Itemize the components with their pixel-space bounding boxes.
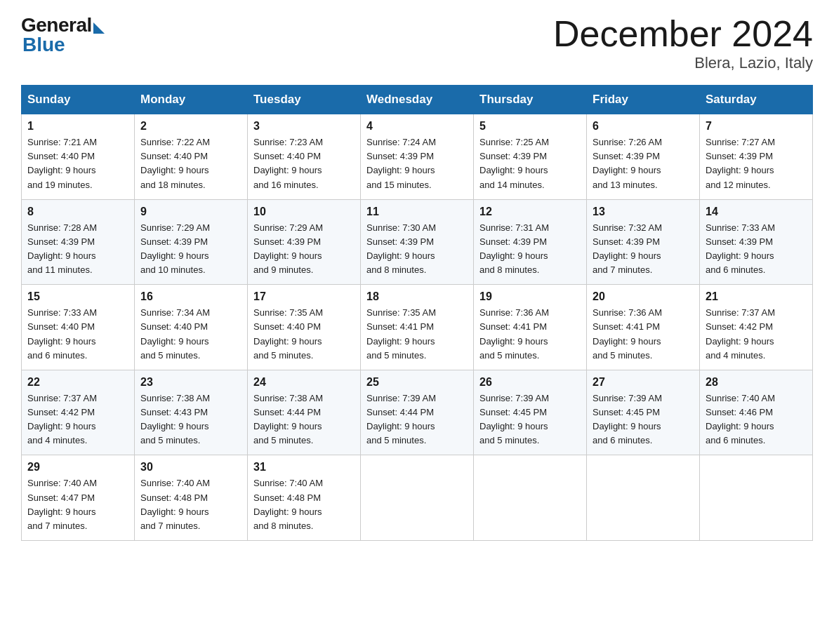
day-number: 16 — [140, 290, 241, 303]
day-info: Sunrise: 7:40 AM Sunset: 4:48 PM Dayligh… — [253, 476, 355, 533]
calendar-cell: 8Sunrise: 7:28 AM Sunset: 4:39 PM Daylig… — [22, 199, 135, 285]
day-info: Sunrise: 7:40 AM Sunset: 4:47 PM Dayligh… — [27, 476, 128, 533]
day-info: Sunrise: 7:35 AM Sunset: 4:41 PM Dayligh… — [366, 306, 468, 363]
location-title: Blera, Lazio, Italy — [553, 54, 813, 72]
calendar-cell: 12Sunrise: 7:31 AM Sunset: 4:39 PM Dayli… — [474, 199, 587, 285]
day-number: 3 — [253, 120, 355, 133]
logo-arrow-icon — [93, 22, 105, 34]
day-number: 8 — [27, 206, 128, 218]
day-info: Sunrise: 7:40 AM Sunset: 4:48 PM Dayligh… — [140, 476, 241, 533]
day-number: 25 — [366, 376, 468, 389]
day-info: Sunrise: 7:38 AM Sunset: 4:43 PM Dayligh… — [140, 391, 241, 448]
calendar-week-row: 1Sunrise: 7:21 AM Sunset: 4:40 PM Daylig… — [22, 114, 813, 200]
day-number: 23 — [140, 376, 241, 389]
calendar-cell: 15Sunrise: 7:33 AM Sunset: 4:40 PM Dayli… — [22, 285, 135, 370]
calendar-cell: 18Sunrise: 7:35 AM Sunset: 4:41 PM Dayli… — [361, 285, 474, 370]
day-number: 29 — [27, 461, 128, 474]
calendar-cell: 16Sunrise: 7:34 AM Sunset: 4:40 PM Dayli… — [135, 285, 248, 370]
day-info: Sunrise: 7:29 AM Sunset: 4:39 PM Dayligh… — [253, 221, 355, 278]
weekday-header-thursday: Thursday — [474, 86, 587, 114]
day-number: 15 — [27, 290, 128, 303]
calendar-cell — [474, 455, 587, 541]
day-number: 21 — [706, 290, 807, 303]
day-number: 2 — [140, 120, 241, 133]
weekday-header-sunday: Sunday — [22, 86, 135, 114]
day-number: 9 — [140, 206, 241, 218]
day-info: Sunrise: 7:35 AM Sunset: 4:40 PM Dayligh… — [253, 306, 355, 363]
day-info: Sunrise: 7:40 AM Sunset: 4:46 PM Dayligh… — [706, 391, 807, 448]
day-number: 31 — [253, 461, 355, 474]
calendar-cell: 22Sunrise: 7:37 AM Sunset: 4:42 PM Dayli… — [22, 370, 135, 455]
day-info: Sunrise: 7:25 AM Sunset: 4:39 PM Dayligh… — [479, 135, 581, 192]
calendar-cell: 17Sunrise: 7:35 AM Sunset: 4:40 PM Dayli… — [248, 285, 361, 370]
day-number: 5 — [479, 120, 581, 133]
day-info: Sunrise: 7:21 AM Sunset: 4:40 PM Dayligh… — [27, 135, 128, 192]
calendar-cell: 25Sunrise: 7:39 AM Sunset: 4:44 PM Dayli… — [361, 370, 474, 455]
calendar-cell: 3Sunrise: 7:23 AM Sunset: 4:40 PM Daylig… — [248, 114, 361, 200]
day-info: Sunrise: 7:36 AM Sunset: 4:41 PM Dayligh… — [593, 306, 694, 363]
calendar-cell — [361, 455, 474, 541]
day-number: 11 — [366, 206, 468, 218]
day-info: Sunrise: 7:23 AM Sunset: 4:40 PM Dayligh… — [253, 135, 355, 192]
calendar-week-row: 22Sunrise: 7:37 AM Sunset: 4:42 PM Dayli… — [22, 370, 813, 455]
day-info: Sunrise: 7:33 AM Sunset: 4:39 PM Dayligh… — [706, 221, 807, 278]
calendar-cell: 31Sunrise: 7:40 AM Sunset: 4:48 PM Dayli… — [248, 455, 361, 541]
calendar-table: SundayMondayTuesdayWednesdayThursdayFrid… — [21, 85, 813, 541]
weekday-header-tuesday: Tuesday — [248, 86, 361, 114]
logo-blue-text: Blue — [21, 34, 65, 56]
calendar-cell: 1Sunrise: 7:21 AM Sunset: 4:40 PM Daylig… — [22, 114, 135, 200]
calendar-cell: 28Sunrise: 7:40 AM Sunset: 4:46 PM Dayli… — [700, 370, 813, 455]
calendar-cell — [700, 455, 813, 541]
day-info: Sunrise: 7:31 AM Sunset: 4:39 PM Dayligh… — [479, 221, 581, 278]
day-number: 24 — [253, 376, 355, 389]
calendar-cell: 11Sunrise: 7:30 AM Sunset: 4:39 PM Dayli… — [361, 199, 474, 285]
weekday-header-monday: Monday — [135, 86, 248, 114]
day-info: Sunrise: 7:38 AM Sunset: 4:44 PM Dayligh… — [253, 391, 355, 448]
weekday-header-saturday: Saturday — [700, 86, 813, 114]
day-info: Sunrise: 7:33 AM Sunset: 4:40 PM Dayligh… — [27, 306, 128, 363]
logo: General Blue — [21, 14, 105, 56]
day-info: Sunrise: 7:37 AM Sunset: 4:42 PM Dayligh… — [27, 391, 128, 448]
calendar-week-row: 8Sunrise: 7:28 AM Sunset: 4:39 PM Daylig… — [22, 199, 813, 285]
day-number: 10 — [253, 206, 355, 218]
calendar-cell: 4Sunrise: 7:24 AM Sunset: 4:39 PM Daylig… — [361, 114, 474, 200]
day-info: Sunrise: 7:26 AM Sunset: 4:39 PM Dayligh… — [593, 135, 694, 192]
calendar-cell: 29Sunrise: 7:40 AM Sunset: 4:47 PM Dayli… — [22, 455, 135, 541]
calendar-cell: 30Sunrise: 7:40 AM Sunset: 4:48 PM Dayli… — [135, 455, 248, 541]
calendar-cell: 9Sunrise: 7:29 AM Sunset: 4:39 PM Daylig… — [135, 199, 248, 285]
calendar-cell: 19Sunrise: 7:36 AM Sunset: 4:41 PM Dayli… — [474, 285, 587, 370]
day-number: 1 — [27, 120, 128, 133]
day-number: 27 — [593, 376, 694, 389]
day-number: 17 — [253, 290, 355, 303]
day-number: 4 — [366, 120, 468, 133]
day-number: 30 — [140, 461, 241, 474]
day-info: Sunrise: 7:39 AM Sunset: 4:45 PM Dayligh… — [593, 391, 694, 448]
day-number: 13 — [593, 206, 694, 218]
calendar-cell: 6Sunrise: 7:26 AM Sunset: 4:39 PM Daylig… — [587, 114, 700, 200]
day-number: 22 — [27, 376, 128, 389]
day-info: Sunrise: 7:27 AM Sunset: 4:39 PM Dayligh… — [706, 135, 807, 192]
day-number: 7 — [706, 120, 807, 133]
day-info: Sunrise: 7:30 AM Sunset: 4:39 PM Dayligh… — [366, 221, 468, 278]
calendar-cell: 27Sunrise: 7:39 AM Sunset: 4:45 PM Dayli… — [587, 370, 700, 455]
calendar-week-row: 15Sunrise: 7:33 AM Sunset: 4:40 PM Dayli… — [22, 285, 813, 370]
day-info: Sunrise: 7:29 AM Sunset: 4:39 PM Dayligh… — [140, 221, 241, 278]
day-number: 28 — [706, 376, 807, 389]
calendar-cell: 26Sunrise: 7:39 AM Sunset: 4:45 PM Dayli… — [474, 370, 587, 455]
day-number: 20 — [593, 290, 694, 303]
month-title: December 2024 — [553, 14, 813, 54]
calendar-cell: 21Sunrise: 7:37 AM Sunset: 4:42 PM Dayli… — [700, 285, 813, 370]
day-number: 18 — [366, 290, 468, 303]
day-number: 19 — [479, 290, 581, 303]
title-block: December 2024 Blera, Lazio, Italy — [553, 14, 813, 72]
calendar-cell: 23Sunrise: 7:38 AM Sunset: 4:43 PM Dayli… — [135, 370, 248, 455]
weekday-header-row: SundayMondayTuesdayWednesdayThursdayFrid… — [22, 86, 813, 114]
calendar-cell: 10Sunrise: 7:29 AM Sunset: 4:39 PM Dayli… — [248, 199, 361, 285]
calendar-week-row: 29Sunrise: 7:40 AM Sunset: 4:47 PM Dayli… — [22, 455, 813, 541]
calendar-cell: 13Sunrise: 7:32 AM Sunset: 4:39 PM Dayli… — [587, 199, 700, 285]
calendar-cell — [587, 455, 700, 541]
day-number: 14 — [706, 206, 807, 218]
calendar-cell: 5Sunrise: 7:25 AM Sunset: 4:39 PM Daylig… — [474, 114, 587, 200]
calendar-cell: 7Sunrise: 7:27 AM Sunset: 4:39 PM Daylig… — [700, 114, 813, 200]
day-info: Sunrise: 7:36 AM Sunset: 4:41 PM Dayligh… — [479, 306, 581, 363]
